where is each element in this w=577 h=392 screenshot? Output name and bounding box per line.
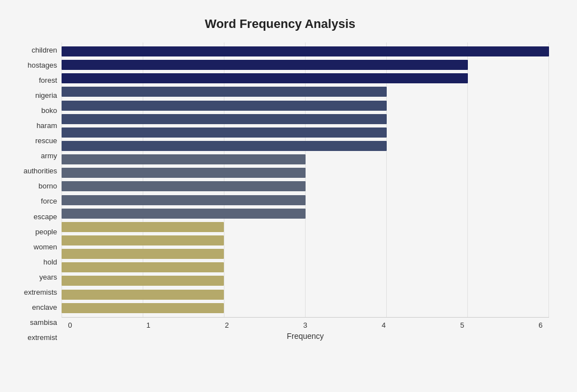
bar-row <box>62 45 549 58</box>
y-label: children <box>11 46 57 54</box>
bar-row <box>62 167 549 179</box>
y-label: women <box>11 243 57 251</box>
y-label: escape <box>11 213 57 220</box>
bar-row <box>62 140 549 152</box>
y-label: extremist <box>11 334 57 341</box>
y-labels: childrenhostagesforestnigeriabokoharamre… <box>11 42 62 345</box>
bar <box>62 114 387 124</box>
bar <box>62 60 468 70</box>
bar-row <box>62 72 549 84</box>
bar <box>62 290 224 300</box>
bar-row <box>62 100 549 112</box>
y-label: years <box>11 273 57 281</box>
y-label: authorities <box>11 167 57 174</box>
x-tick: 6 <box>532 321 549 329</box>
bar <box>62 168 306 178</box>
bar <box>62 181 306 191</box>
bar-row <box>62 86 549 98</box>
bar-row <box>62 59 549 71</box>
bar <box>62 141 387 151</box>
bar <box>62 222 224 232</box>
bar-row <box>62 194 549 206</box>
bar <box>62 195 306 205</box>
x-axis-label: Frequency <box>62 332 549 341</box>
x-axis-area: 0123456 Frequency <box>62 317 549 345</box>
y-label: hold <box>11 258 57 266</box>
chart-container: Word Frequency Analysis childrenhostages… <box>6 6 571 392</box>
x-tick: 2 <box>218 321 235 329</box>
bar <box>62 73 468 83</box>
x-tick: 4 <box>376 321 392 329</box>
bar-row <box>62 153 549 166</box>
y-label: hostages <box>11 62 57 69</box>
chart-title: Word Frequency Analysis <box>11 17 549 31</box>
y-label: enclave <box>11 304 57 311</box>
y-label: army <box>11 152 57 159</box>
bar-row <box>62 207 549 220</box>
y-label: boko <box>11 107 57 114</box>
bar <box>62 209 306 219</box>
y-label: nigeria <box>11 92 57 99</box>
x-tick: 1 <box>140 321 157 329</box>
x-tick: 5 <box>454 321 471 329</box>
x-ticks: 0123456 <box>62 318 549 329</box>
bar <box>62 127 387 138</box>
bar <box>62 235 224 245</box>
y-label: people <box>11 228 57 235</box>
bar <box>62 303 224 313</box>
x-tick: 3 <box>297 321 313 329</box>
bars-area <box>62 42 549 317</box>
bar <box>62 262 224 272</box>
y-label: force <box>11 197 57 205</box>
bar-row <box>62 289 549 301</box>
bar-row <box>62 234 549 247</box>
bars-wrapper <box>62 42 549 317</box>
y-label: rescue <box>11 137 57 144</box>
bar-row <box>62 261 549 273</box>
bar-row <box>62 221 549 233</box>
bars-and-xaxis: 0123456 Frequency <box>62 42 549 345</box>
bar <box>62 249 224 259</box>
bar-row <box>62 180 549 192</box>
bar <box>62 101 387 111</box>
y-label: haram <box>11 122 57 129</box>
bar-row <box>62 275 549 287</box>
y-label: extremists <box>11 289 57 296</box>
y-label: borno <box>11 182 57 190</box>
bar <box>62 46 549 56</box>
x-tick: 0 <box>62 321 78 329</box>
y-label: forest <box>11 77 57 84</box>
y-label: sambisa <box>11 319 57 326</box>
bar <box>62 154 306 164</box>
bar-row <box>62 113 549 125</box>
bar-row <box>62 126 549 139</box>
chart-area: childrenhostagesforestnigeriabokoharamre… <box>11 42 549 345</box>
bar-row <box>62 248 549 260</box>
bar-row <box>62 302 549 314</box>
bar <box>62 87 387 97</box>
bar <box>62 276 224 286</box>
